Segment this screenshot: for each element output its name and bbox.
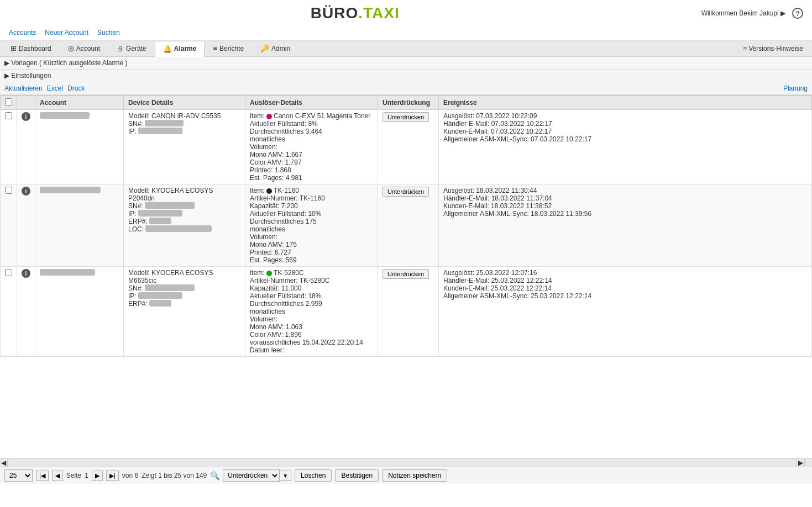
loeschen-btn[interactable]: Löschen	[295, 469, 332, 482]
tab-account[interactable]: ◎ Account	[60, 40, 108, 56]
row1-ausloeser-cell: Item: Canon C-EXV 51 Magenta Toner Aktue…	[245, 110, 378, 184]
toolbar-einstellungen-row[interactable]: ▶ Einstellungen	[0, 70, 812, 82]
col-device-details: Device Details	[124, 96, 245, 110]
row2-ausloeser-cell: Item: TK-1160 Artikel-Nummer: TK-1160 Ka…	[245, 184, 378, 267]
row3-erp: ERP#:	[128, 300, 240, 308]
dashboard-icon: ⊞	[11, 44, 17, 52]
row1-checkbox-cell	[1, 110, 17, 184]
row1-unterdrucken-btn[interactable]: Unterdrücken	[383, 112, 429, 122]
col-unterdrueckung: Unterdrückung	[378, 96, 439, 110]
row3-unterdrucken-btn[interactable]: Unterdrücken	[383, 269, 429, 279]
row2-checkbox[interactable]	[5, 187, 12, 194]
einstellungen-label: ▶ Einstellungen	[4, 72, 808, 80]
tab-geraete-label: Geräte	[126, 45, 146, 52]
tab-berichte[interactable]: ≡ Berichte	[205, 40, 252, 56]
tab-geraete[interactable]: 🖨 Geräte	[108, 40, 155, 56]
row3-unterdruckung-cell: Unterdrücken	[378, 267, 439, 357]
row1-item: Item: Canon C-EXV 51 Magenta Toner	[250, 112, 373, 120]
nav-neuer-account[interactable]: Neuer Account	[45, 29, 88, 36]
logo: BÜRO.TAXI	[311, 4, 400, 22]
row3-info-icon[interactable]: i	[22, 269, 30, 278]
scroll-corner	[804, 459, 812, 467]
last-page-btn[interactable]: ▶|	[106, 471, 119, 481]
row3-ip: IP:	[128, 292, 240, 300]
row2-item: Item: TK-1160	[250, 187, 373, 194]
tab-alarme[interactable]: 🔔 Alarme	[155, 41, 205, 57]
row2-checkbox-cell	[1, 184, 17, 267]
welcome-text: Willkommen Bekim Jakupi ▶	[701, 9, 785, 17]
zeigt-text: Zeigt 1 bis 25 von 149	[142, 472, 207, 479]
bestaetigen-btn[interactable]: Bestätigen	[335, 469, 379, 482]
col-ausloeser: Auslöser-Details	[245, 96, 378, 110]
row1-device-sn: SN#:	[128, 120, 240, 128]
toolbar-area: ▶ Vorlagen ( Kürzlich ausgelöste Alarme …	[0, 57, 812, 95]
unterdrucken-arrow[interactable]: ▼	[280, 471, 291, 481]
nav-suchen[interactable]: Suchen	[97, 29, 120, 36]
row3-ereignisse-cell: Ausgelöst: 25.03.2022 12:07:16 Händler-E…	[439, 267, 812, 357]
scroll-track[interactable]	[8, 459, 797, 466]
table-row: i Modell: CANON iR-ADV C5535 SN#: IP: It…	[1, 110, 812, 184]
top-header: BÜRO.TAXI Willkommen Bekim Jakupi ▶ ?	[0, 0, 812, 27]
toolbar-vorlagen-row[interactable]: ▶ Vorlagen ( Kürzlich ausgelöste Alarme …	[0, 57, 812, 69]
select-all-checkbox[interactable]	[5, 98, 12, 105]
col-info	[17, 96, 35, 110]
vorlagen-label: ▶ Vorlagen ( Kürzlich ausgelöste Alarme …	[4, 59, 808, 67]
row1-info-icon[interactable]: i	[22, 112, 30, 121]
first-page-btn[interactable]: |◀	[36, 471, 49, 481]
prev-page-btn[interactable]: ◀	[52, 471, 63, 481]
row1-checkbox[interactable]	[5, 112, 12, 119]
row2-unterdruckung-cell: Unterdrücken	[378, 184, 439, 267]
tab-dashboard-label: Dashboard	[19, 45, 51, 52]
col-checkbox	[1, 96, 17, 110]
tab-dashboard[interactable]: ⊞ Dashboard	[2, 40, 60, 56]
alarme-icon: 🔔	[163, 45, 172, 53]
page-num: 1	[85, 472, 88, 479]
planung-link[interactable]: Planung	[783, 84, 808, 92]
unterdrucken-dropdown: Unterdrücken ▼	[223, 469, 291, 482]
row3-checkbox-cell	[1, 267, 17, 357]
tab-account-label: Account	[76, 45, 100, 52]
row3-item: Item: TK-5280C	[250, 269, 373, 277]
row2-sn: SN#:	[128, 202, 240, 210]
row3-info-cell: i	[17, 267, 35, 357]
row1-ereignisse-cell: Ausgelöst: 07.03.2022 10:22:09 Händler-E…	[439, 110, 812, 184]
tab-bar: ⊞ Dashboard ◎ Account 🖨 Geräte 🔔 Alarme …	[0, 40, 812, 57]
notizen-btn[interactable]: Notizen speichern	[382, 469, 447, 482]
per-page-select[interactable]: 25 50 100	[4, 469, 33, 482]
tab-admin-label: Admin	[271, 45, 290, 52]
row3-account-name	[40, 269, 95, 276]
tab-admin[interactable]: 🔑 Admin	[252, 40, 298, 56]
horizontal-scrollbar[interactable]: ◀ ▶	[0, 458, 812, 467]
toolbar-actions: Aktualisieren Excel Druck Planung	[0, 82, 812, 94]
excel-link[interactable]: Excel	[47, 84, 63, 92]
col-account: Account	[35, 96, 124, 110]
berichte-icon: ≡	[213, 44, 217, 52]
help-icon[interactable]: ?	[792, 8, 803, 19]
row1-account-name	[40, 112, 90, 119]
druck-link[interactable]: Druck	[67, 84, 85, 92]
aktualisieren-link[interactable]: Aktualisieren	[4, 84, 43, 92]
row2-info-icon[interactable]: i	[22, 187, 30, 196]
row3-device-cell: Modell: KYOCERA ECOSYS M6635cic SN#: IP:…	[124, 267, 245, 357]
row3-checkbox[interactable]	[5, 269, 12, 276]
top-nav: Accounts Neuer Account Suchen	[0, 27, 812, 40]
admin-icon: 🔑	[260, 44, 269, 52]
unterdrucken-select[interactable]: Unterdrücken	[223, 469, 280, 482]
row2-account-cell	[35, 184, 124, 267]
row1-account-cell	[35, 110, 124, 184]
row2-erp: ERP#:	[128, 218, 240, 225]
row2-account-name	[40, 187, 101, 193]
search-icon[interactable]: 🔍	[210, 471, 219, 480]
table-row: i Modell: KYOCERA ECOSYS P2040dn SN#: IP…	[1, 184, 812, 267]
scroll-left-btn[interactable]: ◀	[0, 459, 8, 467]
row2-unterdrucken-btn[interactable]: Unterdrücken	[383, 187, 429, 197]
col-ereignisse: Ereignisse	[439, 96, 812, 110]
next-page-btn[interactable]: ▶	[92, 471, 103, 481]
row3-sn: SN#:	[128, 284, 240, 292]
scroll-right-btn[interactable]: ▶	[797, 459, 804, 467]
row1-info-cell: i	[17, 110, 35, 184]
row2-info-cell: i	[17, 184, 35, 267]
nav-accounts[interactable]: Accounts	[9, 29, 36, 36]
versions-hinweise[interactable]: ≡ Versions-Hinweise	[736, 41, 810, 56]
row2-device-cell: Modell: KYOCERA ECOSYS P2040dn SN#: IP: …	[124, 184, 245, 267]
